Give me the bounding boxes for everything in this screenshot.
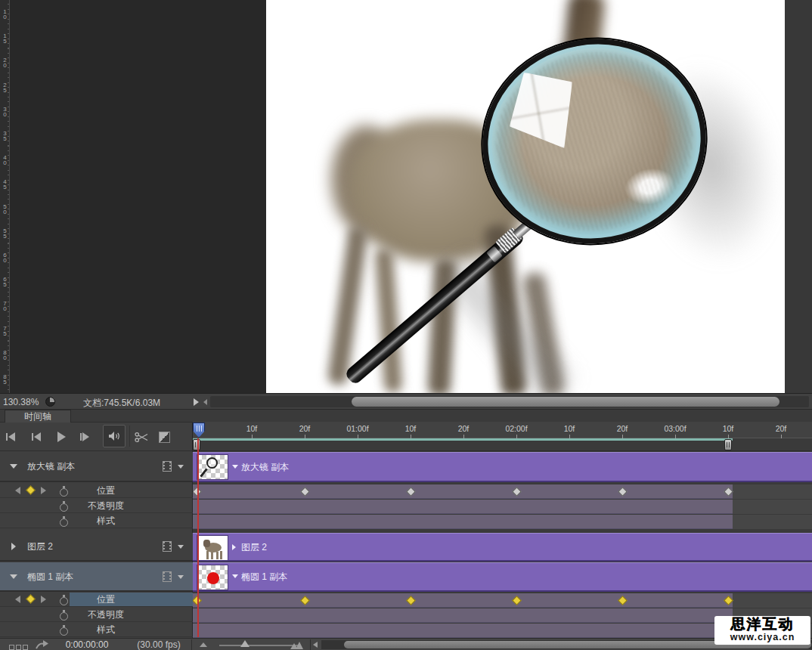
next-keyframe-icon[interactable]: [41, 596, 46, 603]
film-menu-icon[interactable]: [163, 461, 172, 472]
ruler-number: 4 0: [0, 155, 10, 166]
previous-keyframe-icon[interactable]: [15, 596, 20, 603]
track-header-layer2[interactable]: 图层 2: [0, 533, 193, 562]
ruler-number: 2 0: [0, 57, 10, 68]
time-ruler-label: 20f: [617, 424, 628, 433]
track-bar-label: 椭圆 1 副本: [241, 571, 287, 583]
timeline-time-ruler[interactable]: 10f20f01:00f10f20f02:00f10f20f03:00f10f2…: [193, 422, 812, 438]
ruler-number: 4 5: [0, 179, 10, 190]
mini-magnifier-handle: [200, 468, 207, 477]
bottom-bar-divider: [191, 639, 192, 650]
keyframe-row-magnifier-style[interactable]: [193, 515, 812, 529]
property-row-ellipse-opacity[interactable]: 不透明度: [0, 608, 193, 622]
keyframe-diamond[interactable]: [618, 487, 628, 497]
time-ruler-label: 20f: [458, 424, 470, 433]
frame-rate[interactable]: (30.00 fps): [127, 639, 191, 650]
keyframe-diamond[interactable]: [724, 596, 733, 605]
work-area-start-handle[interactable]: [193, 439, 200, 450]
property-label: 不透明度: [60, 608, 151, 621]
ruler-number: 3 5: [0, 131, 10, 141]
keyframe-row-magnifier-opacity[interactable]: [193, 500, 812, 514]
canvas-horizontal-scrollbar-thumb[interactable]: [352, 397, 779, 407]
add-keyframe-diamond-icon[interactable]: [26, 485, 36, 495]
scissors-icon: [135, 432, 149, 443]
collapse-triangle-icon[interactable]: [232, 465, 238, 469]
track-bar-ellipse[interactable]: 椭圆 1 副本: [193, 562, 812, 592]
canvas-horizontal-scrollbar[interactable]: [210, 396, 809, 407]
timeline-zoom-slider-thumb[interactable]: [240, 640, 249, 647]
ruler-number: 5 0: [0, 204, 10, 215]
chevron-down-icon[interactable]: [178, 575, 184, 579]
expand-triangle-icon[interactable]: [232, 544, 236, 550]
expand-triangle-icon[interactable]: [11, 543, 16, 550]
collapse-triangle-icon[interactable]: [232, 574, 238, 578]
previous-keyframe-icon[interactable]: [15, 487, 20, 494]
property-row-magnifier-position[interactable]: 位置: [0, 484, 193, 498]
keyframe-row-magnifier-position[interactable]: [193, 484, 812, 499]
property-label: 样式: [60, 515, 151, 528]
time-ruler-label: 10f: [246, 424, 258, 433]
timeline-zoom-slider[interactable]: [219, 645, 300, 646]
split-clip-button[interactable]: [135, 428, 149, 446]
convert-to-frame-animation-icon[interactable]: [9, 642, 29, 650]
property-row-magnifier-style[interactable]: 样式: [0, 514, 193, 528]
track-name: 椭圆 1 副本: [27, 570, 73, 583]
property-row-magnifier-opacity[interactable]: 不透明度: [0, 499, 193, 513]
previous-frame-button[interactable]: [32, 428, 41, 446]
outside-work-area: [733, 500, 812, 514]
work-area-end-handle[interactable]: [724, 439, 732, 450]
transition-button[interactable]: [159, 428, 170, 446]
keyframe-diamond[interactable]: [406, 487, 416, 497]
chevron-down-icon[interactable]: [178, 545, 184, 549]
track-name: 放大镜 副本: [27, 460, 75, 473]
time-ruler-label: 03:00f: [664, 424, 686, 433]
layer-thumbnail-ellipse: [197, 565, 228, 590]
first-frame-button[interactable]: [6, 428, 15, 446]
canvas-right-gutter: [785, 0, 812, 393]
ruler-number: 8 5: [0, 374, 10, 385]
chevron-down-icon[interactable]: [178, 465, 184, 469]
track-bar-label: 图层 2: [241, 540, 267, 553]
timeline-panel: 时间轴 放大镜 副本: [0, 410, 812, 650]
status-bar-flyout-arrow-icon[interactable]: [194, 398, 199, 406]
vertical-ruler: 1 01 52 02 53 03 54 04 55 05 56 06 57 07…: [0, 0, 10, 393]
keyframe-diamond[interactable]: [406, 596, 416, 605]
track-bar-magnifier[interactable]: 放大镜 副本: [193, 452, 812, 482]
track-bar-layer2[interactable]: 图层 2: [193, 533, 812, 562]
film-menu-icon[interactable]: [163, 541, 172, 552]
status-bar-collapse-arrow-icon[interactable]: [203, 399, 207, 405]
time-ruler-label: 20f: [776, 424, 787, 433]
property-row-ellipse-style[interactable]: 样式: [0, 623, 193, 637]
donkey-leg-2: [374, 247, 402, 393]
keyframe-diamond[interactable]: [724, 487, 733, 497]
current-time[interactable]: 0:00:00:00: [60, 639, 113, 650]
scroll-left-icon[interactable]: [313, 642, 318, 648]
property-label: 样式: [60, 624, 151, 636]
next-keyframe-icon[interactable]: [41, 487, 46, 494]
track-header-ellipse[interactable]: 椭圆 1 副本: [0, 562, 193, 592]
keyframe-diamond[interactable]: [300, 487, 310, 497]
collapse-triangle-icon[interactable]: [10, 464, 17, 469]
keyframe-diamond[interactable]: [618, 596, 628, 605]
keyframe-diamond[interactable]: [300, 596, 310, 605]
keyframe-diamond[interactable]: [512, 487, 522, 497]
flip-horizontal-icon[interactable]: [35, 639, 50, 650]
keyframe-diamond[interactable]: [512, 596, 522, 605]
transition-icon: [159, 432, 170, 443]
tab-timeline[interactable]: 时间轴: [5, 410, 71, 422]
time-ruler-label: 10f: [564, 424, 575, 433]
track-header-magnifier[interactable]: 放大镜 副本: [0, 452, 193, 482]
add-keyframe-diamond-icon[interactable]: [26, 594, 36, 604]
keyframe-row-ellipse-position[interactable]: [193, 593, 812, 608]
next-frame-button[interactable]: [80, 428, 89, 446]
property-row-ellipse-position[interactable]: 位置: [0, 593, 193, 607]
zoom-level[interactable]: 130.38%: [3, 397, 39, 407]
zoom-out-timeline-icon[interactable]: [200, 642, 207, 647]
ruler-number: 8 0: [0, 350, 10, 361]
mute-audio-button[interactable]: [103, 425, 126, 447]
time-ruler-label: 01:00f: [346, 424, 368, 433]
film-menu-icon[interactable]: [163, 571, 172, 582]
collapse-triangle-icon[interactable]: [10, 574, 17, 579]
play-button[interactable]: [57, 428, 66, 446]
document-info[interactable]: 文档:745.5K/6.03M: [83, 397, 160, 410]
